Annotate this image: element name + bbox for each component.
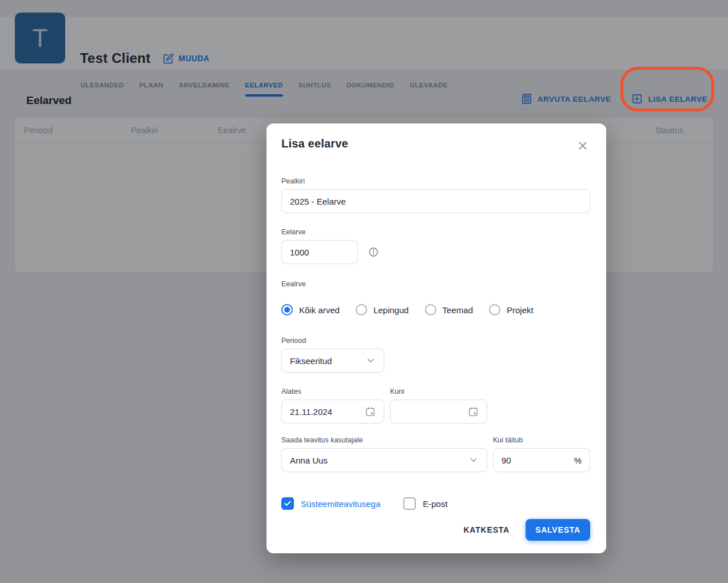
threshold-label: Kui täitub xyxy=(493,436,590,444)
checkbox-unchecked-box xyxy=(403,497,416,510)
chevron-down-icon xyxy=(365,356,376,366)
eelarve-label: Eelarve xyxy=(281,228,590,236)
radio-koik-arved[interactable]: Kõik arved xyxy=(281,304,340,316)
notify-user-label: Saada teavitus kasutajale xyxy=(281,436,487,444)
radio-projekt[interactable]: Projekt xyxy=(489,304,534,316)
alates-label: Alates xyxy=(281,388,384,396)
radio-circle xyxy=(356,304,367,316)
kuni-label: Kuni xyxy=(390,388,487,396)
save-button[interactable]: SALVESTA xyxy=(526,519,590,541)
radio-circle xyxy=(281,304,293,316)
periood-select[interactable]: Fikseeritud xyxy=(281,349,384,373)
kuni-date-input[interactable] xyxy=(390,400,487,424)
radio-teemad[interactable]: Teemad xyxy=(425,304,473,316)
info-icon[interactable] xyxy=(368,247,379,257)
email-checkbox[interactable]: E-post xyxy=(403,497,447,510)
add-budget-modal: Lisa eelarve Pealkiri 2025 - Eelarve Eel… xyxy=(266,123,606,553)
pealkiri-input[interactable]: 2025 - Eelarve xyxy=(281,189,590,213)
checkbox-checked-icon xyxy=(281,497,294,510)
close-button[interactable] xyxy=(575,138,590,153)
pealkiri-label: Pealkiri xyxy=(281,177,590,185)
periood-label: Periood xyxy=(281,337,590,345)
type-label: Eealrve xyxy=(281,280,590,288)
calendar-icon[interactable] xyxy=(468,406,479,417)
chevron-down-icon xyxy=(468,455,479,465)
screen: Test Client MUUDA ÜLESANDED PLAAN ARVELD… xyxy=(0,0,728,583)
radio-circle xyxy=(425,304,436,316)
modal-title: Lisa eelarve xyxy=(281,137,348,150)
close-icon xyxy=(576,139,589,152)
cancel-button[interactable]: KATKESTA xyxy=(461,520,512,540)
threshold-input[interactable]: 90 % xyxy=(493,448,590,472)
calendar-icon[interactable] xyxy=(365,406,376,417)
alates-date-input[interactable]: 21.11.2024 xyxy=(281,400,384,424)
type-radio-group: Kõik arved Lepingud Teemad Projekt xyxy=(281,292,590,316)
system-notification-checkbox[interactable]: Süsteemiteavitusega xyxy=(281,497,380,510)
percent-suffix: % xyxy=(574,456,582,465)
notify-user-select[interactable]: Anna Uus xyxy=(281,448,487,472)
eelarve-input[interactable]: 1000 xyxy=(281,240,358,264)
radio-circle xyxy=(489,304,500,316)
radio-lepingud[interactable]: Lepingud xyxy=(356,304,409,316)
